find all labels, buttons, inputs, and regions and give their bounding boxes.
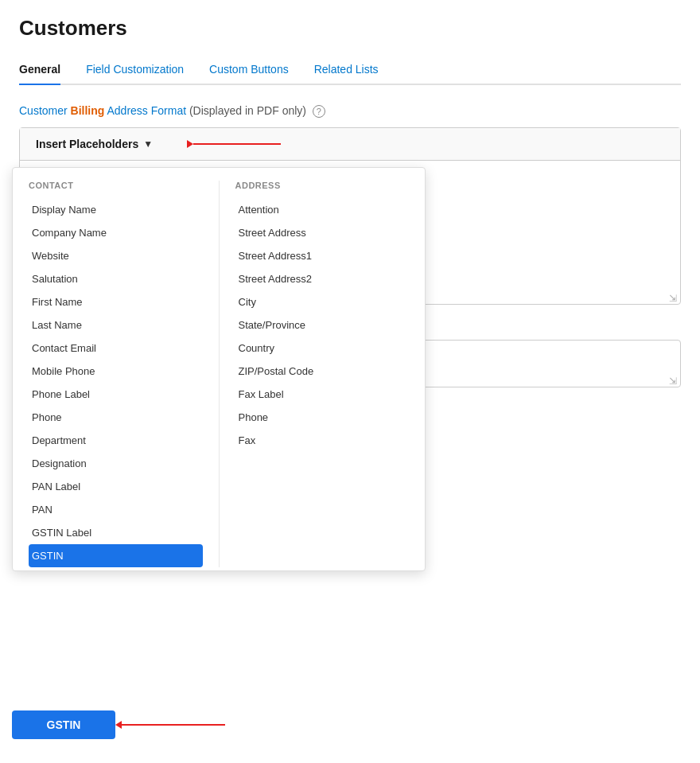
bottom-arrow-line bbox=[122, 724, 225, 726]
bottom-arrow-annotation: GSTIN bbox=[12, 710, 225, 739]
dropdown-item-country[interactable]: Country bbox=[235, 337, 410, 360]
dropdown-item-designation[interactable]: Designation bbox=[29, 452, 203, 475]
insert-placeholder-label: Insert Placeholders bbox=[36, 138, 138, 150]
dropdown-item-pan[interactable]: PAN bbox=[29, 498, 203, 521]
section1-label: Customer Billing Address Format (Display… bbox=[19, 104, 681, 118]
section1-label-text: Customer Billing Address Format (Display… bbox=[19, 104, 309, 117]
tabs-bar: General Field Customization Custom Butto… bbox=[19, 56, 681, 85]
dropdown-item-fax-label[interactable]: Fax Label bbox=[235, 383, 410, 406]
dropdown-item-attention[interactable]: Attention bbox=[235, 198, 410, 221]
dropdown-item-phone-label[interactable]: Phone Label bbox=[29, 383, 203, 406]
dropdown-item-company-name[interactable]: Company Name bbox=[29, 221, 203, 244]
bottom-arrow-tip-icon bbox=[115, 721, 122, 729]
arrow-line bbox=[193, 143, 281, 145]
dropdown-columns: CONTACT Display Name Company Name Websit… bbox=[13, 181, 425, 567]
section1-highlight: Billing bbox=[71, 104, 105, 117]
arrow-tip-icon bbox=[187, 140, 193, 148]
dropdown-item-gstin[interactable]: GSTIN bbox=[29, 544, 203, 567]
dropdown-item-phone[interactable]: Phone bbox=[29, 406, 203, 429]
dropdown-item-street-address[interactable]: Street Address bbox=[235, 221, 410, 244]
tab-related-lists[interactable]: Related Lists bbox=[314, 56, 379, 84]
dropdown-item-first-name[interactable]: First Name bbox=[29, 290, 203, 313]
dropdown-item-contact-email[interactable]: Contact Email bbox=[29, 337, 203, 360]
dropdown-item-street-address1[interactable]: Street Address1 bbox=[235, 244, 410, 267]
dropdown-item-gstin-label[interactable]: GSTIN Label bbox=[29, 521, 203, 544]
dropdown-item-address-phone[interactable]: Phone bbox=[235, 406, 410, 429]
tab-general[interactable]: General bbox=[19, 56, 60, 84]
address-column-header: ADDRESS bbox=[235, 181, 410, 190]
help-icon[interactable]: ? bbox=[313, 105, 325, 118]
address-column: ADDRESS Attention Street Address Street … bbox=[220, 181, 426, 567]
dropdown-item-website[interactable]: Website bbox=[29, 244, 203, 267]
tab-field-customization[interactable]: Field Customization bbox=[86, 56, 184, 84]
dropdown-item-salutation[interactable]: Salutation bbox=[29, 267, 203, 290]
contact-column-header: CONTACT bbox=[29, 181, 203, 190]
dropdown-item-zip-postal[interactable]: ZIP/Postal Code bbox=[235, 360, 410, 383]
dropdown-item-fax[interactable]: Fax bbox=[235, 429, 410, 452]
insert-placeholder-button[interactable]: Insert Placeholders ▼ bbox=[29, 134, 159, 154]
placeholder-dropdown: CONTACT Display Name Company Name Websit… bbox=[12, 167, 426, 571]
dropdown-item-street-address2[interactable]: Street Address2 bbox=[235, 267, 410, 290]
dropdown-item-display-name[interactable]: Display Name bbox=[29, 198, 203, 221]
section1-paren: (Displayed in PDF only) bbox=[189, 104, 306, 117]
dropdown-item-last-name[interactable]: Last Name bbox=[29, 313, 203, 337]
tab-custom-buttons[interactable]: Custom Buttons bbox=[209, 56, 289, 84]
page-container: Customers General Field Customization Cu… bbox=[0, 0, 700, 763]
resize-handle-icon[interactable]: ⇲ bbox=[669, 293, 677, 301]
resize-handle2-icon[interactable]: ⇲ bbox=[669, 376, 677, 383]
dropdown-item-state-province[interactable]: State/Province bbox=[235, 313, 410, 337]
dropdown-item-mobile-phone[interactable]: Mobile Phone bbox=[29, 360, 203, 383]
dropdown-item-department[interactable]: Department bbox=[29, 429, 203, 452]
bottom-arrow bbox=[115, 721, 225, 729]
page-title: Customers bbox=[19, 16, 681, 41]
gstin-save-button[interactable]: GSTIN bbox=[12, 710, 115, 739]
toolbar-arrow-annotation bbox=[187, 140, 281, 148]
dropdown-item-city[interactable]: City bbox=[235, 290, 410, 313]
contact-column: CONTACT Display Name Company Name Websit… bbox=[13, 181, 220, 567]
editor-toolbar: Insert Placeholders ▼ bbox=[20, 128, 680, 161]
dropdown-arrow-icon: ▼ bbox=[143, 138, 153, 150]
dropdown-item-pan-label[interactable]: PAN Label bbox=[29, 475, 203, 498]
